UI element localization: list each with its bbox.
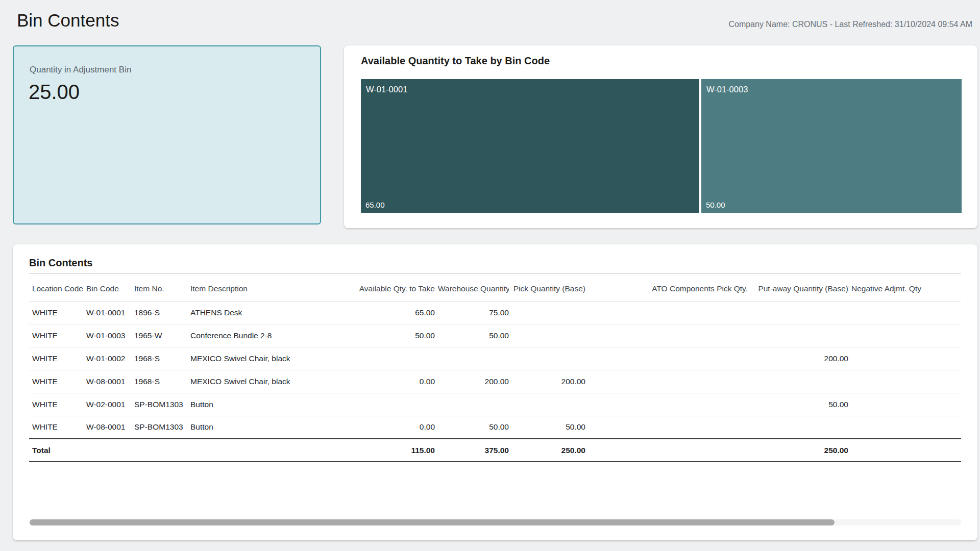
table-cell: 1965-W (131, 324, 187, 347)
table-card: Bin Contents Location CodeBin CodeItem N… (13, 244, 977, 540)
table-cell: 0.00 (355, 370, 435, 393)
table-row[interactable]: WHITEW-01-00011896-SATHENS Desk65.0075.0… (29, 301, 961, 324)
table-row[interactable]: WHITEW-01-00031965-WConference Bundle 2-… (29, 324, 961, 347)
treemap-block-value: 65.00 (365, 201, 385, 209)
table-cell: 1968-S (131, 347, 187, 370)
table-cell: ATHENS Desk (187, 301, 355, 324)
treemap-block-W-01-0003[interactable]: W-01-000350.00 (701, 79, 962, 213)
table-cell: 200.00 (748, 347, 848, 370)
table-cell (848, 370, 961, 393)
table-cell: 75.00 (435, 301, 509, 324)
table-cell (509, 301, 585, 324)
table-cell (585, 324, 748, 347)
table-cell: W-02-0001 (83, 393, 131, 416)
table-section-title: Bin Contents (29, 244, 961, 274)
column-header[interactable]: Negative Adjmt. Qty (848, 274, 961, 301)
table-cell (585, 301, 748, 324)
table-cell: W-01-0003 (83, 324, 131, 347)
table-cell: Conference Bundle 2-8 (187, 324, 355, 347)
treemap-block-W-01-0001[interactable]: W-01-000165.00 (361, 79, 699, 213)
total-cell: 250.00 (748, 439, 848, 462)
column-header[interactable]: Bin Code (83, 274, 131, 301)
table-header-row: Location CodeBin CodeItem No.Item Descri… (29, 274, 961, 301)
table-cell (355, 393, 435, 416)
table-cell (585, 393, 748, 416)
table-cell: 50.00 (355, 324, 435, 347)
table-row[interactable]: WHITEW-02-0001SP-BOM1303Button50.00 (29, 393, 961, 416)
total-cell (848, 439, 961, 462)
table-cell: MEXICO Swivel Chair, black (187, 347, 355, 370)
kpi-card-quantity-in-adjustment-bin[interactable]: Quantity in Adjustment Bin 25.00 (13, 45, 321, 224)
table-cell (748, 370, 848, 393)
table-cell (435, 347, 509, 370)
table-cell (509, 347, 585, 370)
table-row[interactable]: WHITEW-08-0001SP-BOM1303Button0.0050.005… (29, 416, 961, 439)
treemap-block-label: W-01-0003 (706, 85, 748, 94)
chart-card: Available Quantity to Take by Bin Code W… (344, 45, 977, 228)
kpi-value: 25.00 (29, 81, 320, 104)
total-cell: Total (29, 439, 83, 462)
table-cell (355, 347, 435, 370)
table-cell (509, 393, 585, 416)
column-header[interactable]: Put-away Quantity (Base) (748, 274, 848, 301)
table-cell (748, 416, 848, 439)
total-cell (131, 439, 187, 462)
table-cell (585, 416, 748, 439)
table-cell: 1896-S (131, 301, 187, 324)
table-cell (848, 347, 961, 370)
total-cell (585, 439, 748, 462)
table-cell (848, 393, 961, 416)
table-cell: SP-BOM1303 (131, 393, 187, 416)
table-cell: W-01-0002 (83, 347, 131, 370)
table-cell: W-01-0001 (83, 301, 131, 324)
table-wrapper: Location CodeBin CodeItem No.Item Descri… (29, 274, 961, 462)
table-cell (848, 301, 961, 324)
table-cell (848, 324, 961, 347)
total-cell (187, 439, 355, 462)
column-header[interactable]: Item Description (187, 274, 355, 301)
treemap: W-01-000165.00W-01-000350.00 (361, 79, 962, 213)
treemap-block-value: 50.00 (706, 201, 725, 209)
total-cell: 115.00 (355, 439, 435, 462)
column-header[interactable]: Item No. (131, 274, 187, 301)
bin-contents-table: Location CodeBin CodeItem No.Item Descri… (29, 274, 961, 462)
table-row[interactable]: WHITEW-08-00011968-SMEXICO Swivel Chair,… (29, 370, 961, 393)
horizontal-scrollbar[interactable] (29, 519, 961, 525)
table-cell: 0.00 (355, 416, 435, 439)
table-cell: W-08-0001 (83, 416, 131, 439)
table-cell (435, 393, 509, 416)
table-total-row: Total115.00375.00250.00250.00 (29, 439, 961, 462)
table-cell: WHITE (29, 301, 83, 324)
column-header[interactable]: ATO Components Pick Qty. (585, 274, 748, 301)
scrollbar-thumb[interactable] (30, 519, 835, 525)
table-cell: WHITE (29, 324, 83, 347)
kpi-label: Quantity in Adjustment Bin (30, 65, 320, 75)
table-cell: WHITE (29, 393, 83, 416)
table-row[interactable]: WHITEW-01-00021968-SMEXICO Swivel Chair,… (29, 347, 961, 370)
table-cell: WHITE (29, 416, 83, 439)
column-header[interactable]: Available Qty. to Take (355, 274, 435, 301)
table-cell (585, 370, 748, 393)
column-header[interactable]: Warehouse Quantity (435, 274, 509, 301)
table-cell (585, 347, 748, 370)
table-body: WHITEW-01-00011896-SATHENS Desk65.0075.0… (29, 301, 961, 462)
table-cell (748, 301, 848, 324)
table-cell (509, 324, 585, 347)
table-cell (848, 416, 961, 439)
company-info: Company Name: CRONUS - Last Refreshed: 3… (728, 20, 972, 29)
treemap-block-label: W-01-0001 (366, 85, 407, 94)
column-header[interactable]: Pick Quantity (Base) (509, 274, 585, 301)
table-cell: Button (187, 393, 355, 416)
table-cell: 200.00 (509, 370, 585, 393)
page: Bin Contents Company Name: CRONUS - Last… (0, 0, 980, 551)
table-cell: 200.00 (435, 370, 509, 393)
table-cell: 50.00 (509, 416, 585, 439)
total-cell: 250.00 (509, 439, 585, 462)
table-cell: 50.00 (748, 393, 848, 416)
column-header[interactable]: Location Code (29, 274, 83, 301)
table-cell: 1968-S (131, 370, 187, 393)
table-cell: 50.00 (435, 416, 509, 439)
chart-title: Available Quantity to Take by Bin Code (361, 55, 977, 67)
table-cell: W-08-0001 (83, 370, 131, 393)
table-cell: SP-BOM1303 (131, 416, 187, 439)
